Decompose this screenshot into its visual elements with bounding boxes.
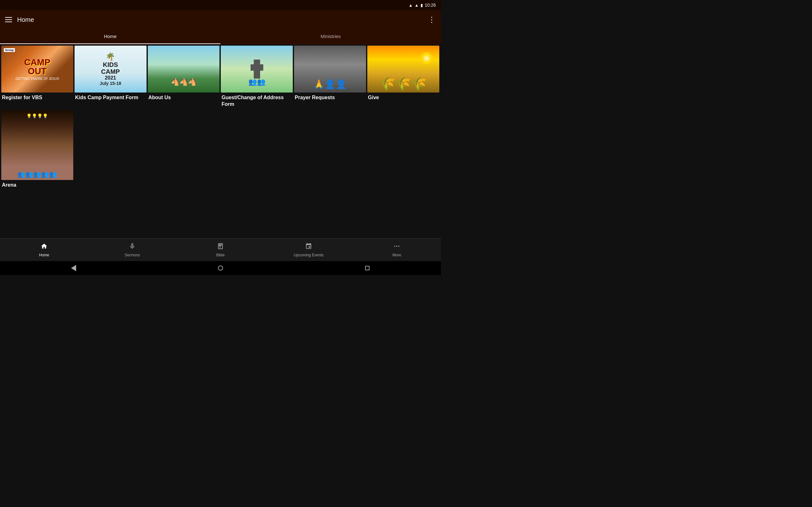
overflow-menu-button[interactable]: ⋮ xyxy=(428,15,436,24)
prayer-people-icon: 🙏👤👤 xyxy=(313,79,347,93)
home-nav-label: Home xyxy=(39,253,49,257)
signal-icon: ▲ xyxy=(415,3,419,8)
arena-lights-icon: 💡💡💡💡 xyxy=(26,113,48,118)
svg-point-5 xyxy=(398,245,400,247)
nav-back-button[interactable] xyxy=(68,262,79,274)
bottom-nav-sermons[interactable]: Sermons xyxy=(88,239,176,261)
sun-icon xyxy=(420,52,433,65)
kids-camp-label: Kids Camp Payment Form xyxy=(74,93,147,102)
prayer-label: Prayer Requests xyxy=(294,93,366,102)
bottom-nav: Home Sermons Bible Upcoming Events xyxy=(0,238,441,261)
app-bar: Home ⋮ xyxy=(0,10,441,29)
give-label: Give xyxy=(367,93,439,102)
horse-group-icon: 🐴🐴🐴 xyxy=(171,78,197,86)
svg-rect-0 xyxy=(219,244,222,245)
grid-row-2: 💡💡💡💡 👥👥👥👥👥 Arena xyxy=(1,110,440,190)
wifi-icon: ▲ xyxy=(409,3,413,8)
app-bar-left: Home xyxy=(5,16,34,23)
recents-square-icon xyxy=(365,266,369,270)
grid-item-guest-form[interactable]: 👥👥 Guest/Change of Address Form xyxy=(221,46,293,109)
home-icon xyxy=(41,243,48,251)
app-bar-title: Home xyxy=(17,16,34,23)
tab-ministries[interactable]: Ministries xyxy=(220,29,441,44)
arena-label: Arena xyxy=(1,180,73,190)
content-area: Group CAMPOUT GETTING S'MORE OF JESUS Re… xyxy=(0,44,441,238)
calendar-icon xyxy=(305,243,312,251)
bottom-nav-more[interactable]: More xyxy=(353,239,441,261)
svg-point-4 xyxy=(396,245,397,247)
status-bar: ▲ ▲ ▮ 10:26 xyxy=(0,0,441,10)
android-nav-bar xyxy=(0,261,441,275)
cross-icon xyxy=(254,60,260,78)
kids-camp-image-content: 🌴 KIDSCAMP 2021 July 15-18 xyxy=(74,46,147,93)
grid-row-1: Group CAMPOUT GETTING S'MORE OF JESUS Re… xyxy=(1,46,440,109)
about-us-label: About Us xyxy=(148,93,220,102)
sermons-nav-label: Sermons xyxy=(125,253,140,257)
vbs-label: Register for VBS xyxy=(1,93,73,102)
svg-rect-1 xyxy=(219,245,222,245)
grid-item-give[interactable]: 🌾🌾🌾 Give xyxy=(367,46,439,109)
status-time: 10:26 xyxy=(425,3,436,8)
vbs-image-text: CAMPOUT GETTING S'MORE OF JESUS xyxy=(1,46,73,93)
wheat-icon: 🌾🌾🌾 xyxy=(379,76,427,93)
bottom-nav-bible[interactable]: Bible xyxy=(176,239,264,261)
nav-home-button[interactable] xyxy=(215,262,226,274)
tab-home[interactable]: Home xyxy=(0,29,220,44)
status-icons: ▲ ▲ ▮ 10:26 xyxy=(409,3,436,8)
grid-item-about-us[interactable]: 🐎🐎🐎 🐴🐴🐴 About Us xyxy=(148,46,220,109)
grid-item-vbs[interactable]: Group CAMPOUT GETTING S'MORE OF JESUS Re… xyxy=(1,46,73,109)
svg-rect-2 xyxy=(219,246,221,246)
bible-nav-label: Bible xyxy=(216,253,225,257)
guest-form-label: Guest/Change of Address Form xyxy=(221,93,293,109)
people-group-icon: 👥👥 xyxy=(248,78,265,86)
grid-item-prayer[interactable]: 🙏👤👤 Prayer Requests xyxy=(294,46,366,109)
events-nav-label: Upcoming Events xyxy=(294,253,323,257)
mic-icon xyxy=(129,243,136,251)
nav-recents-button[interactable] xyxy=(362,262,373,274)
back-arrow-icon xyxy=(71,265,76,271)
grid-item-arena[interactable]: 💡💡💡💡 👥👥👥👥👥 Arena xyxy=(1,110,73,190)
battery-icon: ▮ xyxy=(420,3,423,8)
nav-tabs: Home Ministries xyxy=(0,29,441,44)
bottom-nav-events[interactable]: Upcoming Events xyxy=(264,239,353,261)
more-nav-label: More xyxy=(392,253,401,257)
more-icon xyxy=(393,243,400,251)
home-circle-icon xyxy=(218,266,223,271)
svg-point-3 xyxy=(394,245,396,247)
grid-item-kids-camp[interactable]: 🌴 KIDSCAMP 2021 July 15-18 Kids Camp Pay… xyxy=(74,46,147,109)
book-icon xyxy=(217,243,224,251)
hamburger-menu-button[interactable] xyxy=(5,17,12,22)
bottom-nav-home[interactable]: Home xyxy=(0,239,88,261)
arena-crowd-icon: 👥👥👥👥👥 xyxy=(17,170,57,180)
